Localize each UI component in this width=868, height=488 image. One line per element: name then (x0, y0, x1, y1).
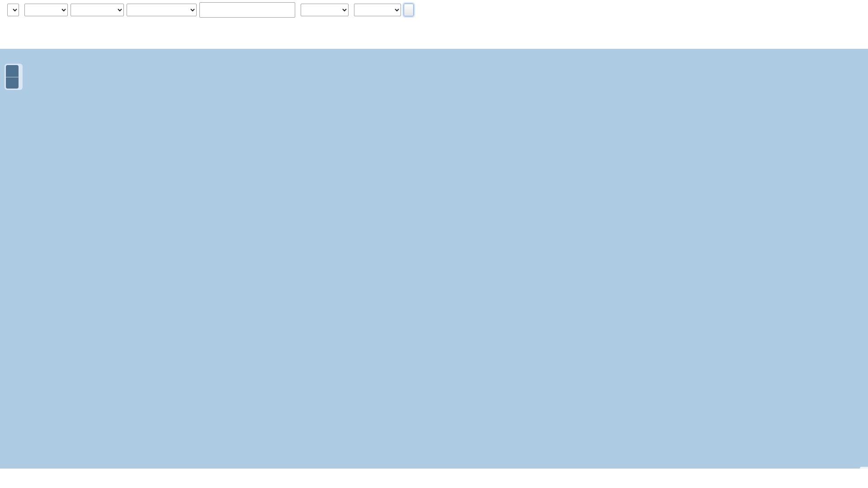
header (0, 0, 868, 17)
callsign-input[interactable] (199, 2, 295, 18)
map-zoom-control (5, 64, 23, 90)
footer (0, 469, 868, 488)
hours-select[interactable] (354, 4, 401, 16)
zoom-in-button[interactable] (6, 65, 19, 77)
zoom-out-button[interactable] (6, 77, 19, 89)
signals-select[interactable] (24, 4, 68, 16)
band-select[interactable] (7, 4, 19, 16)
callsign-mode-select[interactable] (127, 4, 197, 16)
world-map[interactable] (0, 49, 868, 469)
modes-select[interactable] (301, 4, 349, 16)
go-button[interactable] (404, 4, 414, 16)
rcvd-select[interactable] (71, 4, 124, 16)
query-toolbar (5, 3, 868, 17)
map-markers-layer (0, 49, 868, 469)
